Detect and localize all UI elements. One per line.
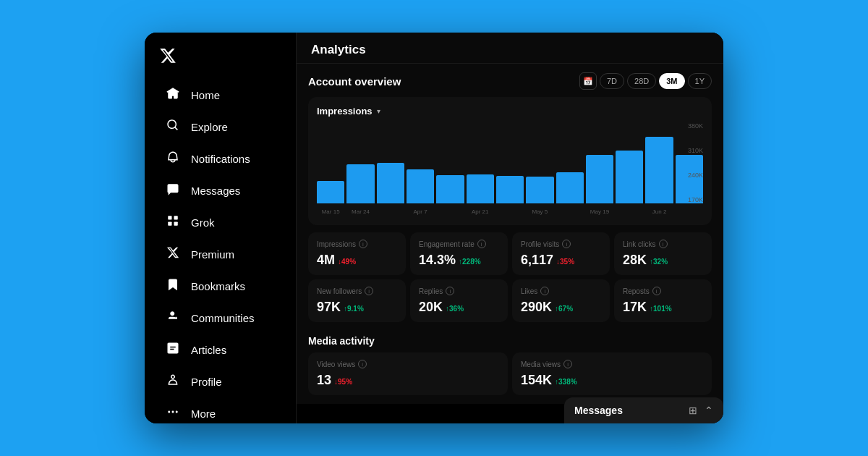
bar-fill-3 <box>407 169 434 203</box>
sidebar-item-messages[interactable]: Messages <box>150 175 290 206</box>
bar-fill-2 <box>377 163 404 203</box>
stat-label-9: Media views <box>521 360 561 368</box>
bar-label-9: May 19 <box>590 208 609 215</box>
stat-number-3: 28K <box>623 253 647 267</box>
stat-number-5: 20K <box>419 300 443 314</box>
bar-8 <box>556 122 584 203</box>
stat-card-3: Link clicksi28K↑32% <box>614 232 712 275</box>
impressions-chart: Impressions ▾ Mar 15Mar 24Apr 7Apr 21May… <box>308 97 712 225</box>
sidebar-item-label-grok: Grok <box>191 216 215 229</box>
messages-bar[interactable]: Messages ⊞ ⌃ <box>564 397 723 423</box>
info-icon-6: i <box>540 287 549 295</box>
stat-title-2: Profile visitsi <box>521 240 601 248</box>
stat-value-0: 4M↓49% <box>317 253 397 268</box>
stat-change-3: ↑32% <box>650 258 668 266</box>
account-overview-title: Account overview <box>308 75 401 88</box>
sidebar-item-label-more: More <box>191 408 216 420</box>
stat-title-5: Repliesi <box>419 287 499 295</box>
stat-card-7: Repostsi17K↑101% <box>614 279 712 322</box>
svg-rect-2 <box>168 222 171 226</box>
time-filters: 📅 7D 28D 3M 1Y <box>579 72 712 90</box>
sidebar-item-label-home: Home <box>191 89 220 101</box>
svg-rect-1 <box>174 216 178 219</box>
sidebar-item-label-profile: Profile <box>191 376 222 388</box>
sidebar: HomeExploreNotificationsMessagesGrokPrem… <box>145 33 297 423</box>
info-icon-3: i <box>659 240 668 248</box>
sidebar-item-more[interactable]: More <box>150 398 290 423</box>
stat-value-4: 97K↑9.1% <box>317 300 397 315</box>
bar-10 <box>616 122 643 203</box>
stat-value-2: 6,117↓35% <box>521 253 601 268</box>
sidebar-item-bookmarks[interactable]: Bookmarks <box>150 271 290 302</box>
stat-label-8: Video views <box>317 360 355 368</box>
sidebar-item-profile[interactable]: Profile <box>150 366 290 397</box>
bar-fill-9 <box>586 155 613 203</box>
info-icon-9: i <box>563 360 572 368</box>
stat-change-8: ↓95% <box>334 378 352 386</box>
sidebar-item-home[interactable]: Home <box>150 80 290 111</box>
stat-change-1: ↑228% <box>459 258 481 266</box>
stat-number-7: 17K <box>623 300 647 314</box>
svg-rect-3 <box>174 222 178 226</box>
bar-label-0: Mar 15 <box>322 208 340 215</box>
info-icon-8: i <box>358 360 367 368</box>
stat-label-6: Likes <box>521 287 537 295</box>
filter-7d[interactable]: 7D <box>600 73 624 89</box>
bar-9: May 19 <box>586 122 613 203</box>
collapse-icon[interactable]: ⌃ <box>705 405 713 416</box>
stat-title-3: Link clicksi <box>623 240 703 248</box>
bar-fill-4 <box>436 175 464 203</box>
bar-6 <box>496 122 524 203</box>
chart-label-row: Impressions ▾ <box>317 106 703 117</box>
stat-title-9: Media viewsi <box>521 360 703 368</box>
stat-card-4: New followersi97K↑9.1% <box>308 279 406 322</box>
filter-1y[interactable]: 1Y <box>688 73 712 89</box>
section-header: Account overview 📅 7D 28D 3M 1Y <box>308 72 712 90</box>
stat-card-6: Likesi290K↑67% <box>512 279 610 322</box>
stat-change-5: ↑36% <box>446 305 464 313</box>
sidebar-item-explore[interactable]: Explore <box>150 111 290 143</box>
stat-value-7: 17K↑101% <box>623 300 703 315</box>
y-label-380k: 380K <box>688 122 703 130</box>
sidebar-item-premium[interactable]: Premium <box>150 239 290 270</box>
sidebar-item-label-articles: Articles <box>191 344 226 356</box>
sidebar-item-label-explore: Explore <box>191 121 228 133</box>
filter-28d[interactable]: 28D <box>627 73 656 89</box>
bars-wrapper: Mar 15Mar 24Apr 7Apr 21May 5May 19Jun 2 <box>317 122 703 203</box>
stat-number-8: 13 <box>317 373 331 387</box>
bar-label-3: Apr 7 <box>414 208 427 215</box>
bar-label-7: May 5 <box>532 208 548 215</box>
bar-5: Apr 21 <box>467 122 494 203</box>
articles-icon <box>165 342 181 358</box>
info-icon-1: i <box>477 240 486 248</box>
profile-icon <box>165 373 181 390</box>
sidebar-item-grok[interactable]: Grok <box>150 207 290 238</box>
stat-change-6: ↑67% <box>555 305 573 313</box>
messages-icon <box>165 182 181 199</box>
bar-fill-0 <box>317 181 344 203</box>
sidebar-item-notifications[interactable]: Notifications <box>150 143 290 174</box>
y-label-310k: 310K <box>688 147 703 154</box>
y-labels: 380K 310K 240K 170K <box>688 122 703 203</box>
explore-icon <box>165 119 181 135</box>
compose-icon[interactable]: ⊞ <box>689 405 697 416</box>
stat-card-9: Media viewsi154K↑338% <box>512 352 712 395</box>
stat-card-8: Video viewsi13↓95% <box>308 352 508 395</box>
sidebar-item-label-messages: Messages <box>191 185 240 197</box>
sidebar-item-label-premium: Premium <box>191 248 234 261</box>
stat-label-2: Profile visits <box>521 240 559 248</box>
filter-3m[interactable]: 3M <box>659 73 684 89</box>
chevron-down-icon[interactable]: ▾ <box>377 107 380 115</box>
stat-number-0: 4M <box>317 253 335 267</box>
bookmarks-icon <box>165 278 181 295</box>
stat-value-6: 290K↑67% <box>521 300 601 315</box>
calendar-icon[interactable]: 📅 <box>579 72 597 90</box>
chart-label: Impressions <box>317 106 373 117</box>
sidebar-item-articles[interactable]: Articles <box>150 334 290 366</box>
bar-4 <box>436 122 464 203</box>
stat-title-0: Impressionsi <box>317 240 397 248</box>
sidebar-item-label-notifications: Notifications <box>191 153 250 165</box>
bar-7: May 5 <box>526 122 553 203</box>
stat-label-0: Impressions <box>317 240 356 248</box>
sidebar-item-communities[interactable]: Communities <box>150 303 290 334</box>
